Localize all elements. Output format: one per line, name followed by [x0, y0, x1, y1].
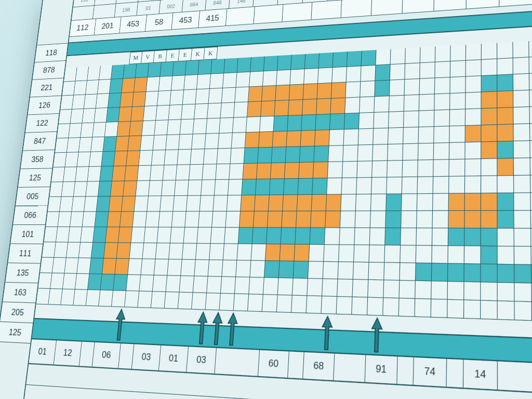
heatmap-cell[interactable] [208, 260, 223, 277]
heatmap-cell[interactable] [147, 196, 162, 211]
heatmap-cell[interactable] [170, 228, 185, 244]
heatmap-cell[interactable] [258, 148, 273, 164]
header-cell[interactable]: 198 [115, 2, 138, 17]
heatmap-cell[interactable] [264, 56, 278, 71]
heatmap-cell[interactable] [263, 278, 279, 295]
heatmap-cell[interactable] [383, 298, 399, 316]
heatmap-cell[interactable] [481, 264, 497, 283]
heatmap-cell[interactable] [102, 258, 117, 274]
heatmap-cell[interactable] [317, 83, 332, 99]
heatmap-cell[interactable] [530, 140, 532, 158]
heatmap-cell[interactable] [386, 194, 402, 211]
heatmap-cell[interactable] [416, 228, 432, 246]
heatmap-cell[interactable] [323, 262, 339, 280]
heatmap-cell[interactable] [529, 40, 532, 57]
heatmap-cell[interactable] [81, 123, 94, 138]
heatmap-cell[interactable] [450, 77, 466, 94]
heatmap-cell[interactable] [374, 112, 389, 129]
heatmap-cell[interactable] [148, 62, 162, 77]
header-cell[interactable]: 112 [70, 19, 96, 36]
heatmap-cell[interactable] [321, 296, 337, 314]
heatmap-cell[interactable] [181, 260, 196, 276]
heatmap-cell[interactable] [466, 44, 482, 60]
header-cell[interactable]: 453 [171, 11, 200, 29]
heatmap-cell[interactable] [254, 211, 269, 228]
heatmap-cell[interactable] [514, 229, 531, 247]
heatmap-cell[interactable] [448, 228, 465, 246]
heatmap-cell[interactable] [309, 245, 325, 262]
heatmap-cell[interactable] [344, 113, 360, 130]
heatmap-cell[interactable] [84, 196, 98, 211]
heatmap-cell[interactable] [63, 273, 77, 289]
heatmap-cell[interactable] [357, 161, 373, 178]
heatmap-cell[interactable] [141, 259, 155, 275]
heatmap-cell[interactable] [513, 90, 530, 108]
heatmap-cell[interactable] [160, 196, 175, 211]
heatmap-cell[interactable] [179, 134, 193, 150]
heatmap-cell[interactable] [154, 120, 168, 135]
heatmap-cell[interactable] [312, 178, 327, 195]
heatmap-cell[interactable] [134, 77, 148, 92]
heatmap-cell[interactable] [298, 179, 313, 195]
heatmap-cell[interactable] [171, 75, 185, 90]
heatmap-cell[interactable] [217, 149, 231, 164]
heatmap-cell[interactable] [357, 145, 373, 162]
heatmap-cell[interactable] [481, 158, 497, 176]
heatmap-cell[interactable] [150, 165, 165, 181]
heatmap-cell[interactable] [332, 67, 347, 83]
heatmap-cell[interactable] [337, 297, 353, 315]
row-label[interactable]: 118 [35, 44, 68, 63]
heatmap-cell[interactable] [195, 89, 209, 104]
heatmap-cell[interactable] [419, 111, 434, 127]
heatmap-cell[interactable] [331, 83, 347, 99]
heatmap-cell[interactable] [448, 264, 464, 282]
heatmap-cell[interactable] [96, 94, 109, 109]
heatmap-cell[interactable] [287, 115, 302, 131]
heatmap-cell[interactable] [79, 137, 92, 152]
heatmap-cell[interactable] [207, 276, 222, 294]
heatmap-cell[interactable] [196, 244, 211, 260]
heatmap-cell[interactable] [405, 47, 420, 64]
heatmap-cell[interactable] [139, 151, 153, 166]
heatmap-cell[interactable] [97, 196, 111, 211]
heatmap-cell[interactable] [403, 144, 418, 161]
heatmap-cell[interactable] [482, 59, 497, 76]
heatmap-cell[interactable] [281, 228, 296, 244]
heatmap-cell[interactable] [432, 263, 448, 282]
heatmap-cell[interactable] [237, 244, 252, 261]
heatmap-cell[interactable] [481, 193, 498, 211]
heatmap-cell[interactable] [272, 147, 287, 163]
heatmap-cell[interactable] [481, 301, 498, 320]
heatmap-cell[interactable] [68, 227, 82, 243]
heatmap-cell[interactable] [244, 148, 259, 164]
heatmap-cell[interactable] [361, 65, 376, 82]
heatmap-cell[interactable] [390, 64, 405, 81]
heatmap-cell[interactable] [498, 283, 515, 301]
heatmap-cell[interactable] [256, 179, 271, 195]
heatmap-cell[interactable] [354, 245, 370, 263]
heatmap-cell[interactable] [207, 103, 222, 119]
heatmap-cell[interactable] [245, 132, 260, 148]
heatmap-cell[interactable] [286, 147, 301, 163]
heatmap-cell[interactable] [449, 142, 466, 159]
heatmap-cell[interactable] [498, 246, 515, 264]
heatmap-cell[interactable] [339, 245, 354, 262]
heatmap-cell[interactable] [81, 227, 95, 243]
heatmap-cell[interactable] [497, 42, 513, 59]
heatmap-cell[interactable] [384, 263, 400, 281]
heatmap-cell[interactable] [449, 126, 466, 143]
heatmap-cell[interactable] [115, 259, 129, 275]
heatmap-cell[interactable] [514, 283, 531, 302]
heatmap-cell[interactable] [401, 228, 417, 246]
heatmap-cell[interactable] [257, 163, 272, 179]
heatmap-cell[interactable] [339, 228, 355, 245]
heatmap-cell[interactable] [284, 179, 299, 195]
heatmap-cell[interactable] [315, 114, 330, 130]
heatmap-cell[interactable] [175, 180, 189, 196]
heatmap-cell[interactable] [405, 79, 420, 96]
heatmap-cell[interactable] [279, 261, 295, 278]
heatmap-cell[interactable] [447, 300, 464, 318]
row-label[interactable]: 101 [10, 225, 45, 244]
heatmap-cell[interactable] [125, 291, 139, 308]
heatmap-cell[interactable] [268, 211, 283, 228]
